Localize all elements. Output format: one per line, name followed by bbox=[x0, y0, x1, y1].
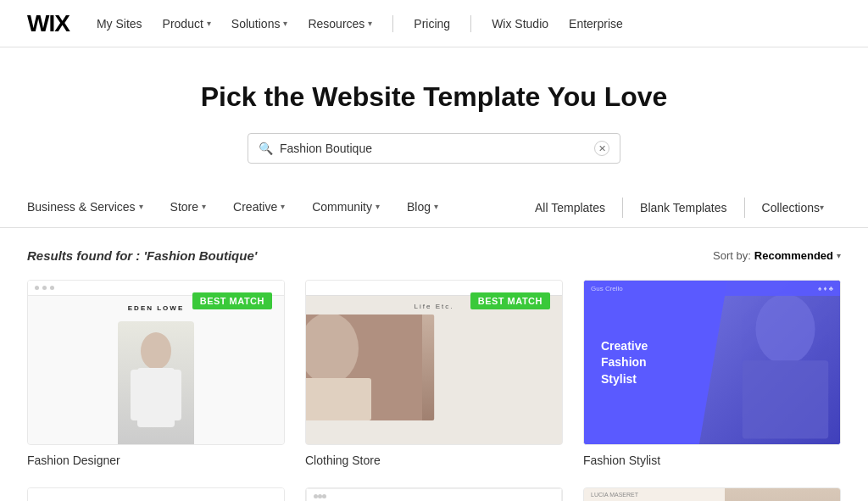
business-chevron-icon: ▾ bbox=[139, 202, 143, 211]
template-thumb-fashion-designer: EDEN LOWE BEST MATCH bbox=[27, 280, 285, 445]
results-header: Results found for : 'Fashion Boutique' S… bbox=[27, 248, 841, 263]
category-nav: Business & Services ▾ Store ▾ Creative ▾… bbox=[0, 187, 868, 228]
resources-chevron-icon: ▾ bbox=[368, 19, 372, 28]
template-name-clothing-store: Clothing Store bbox=[305, 454, 563, 467]
cat-store[interactable]: Store ▾ bbox=[157, 187, 220, 228]
store-chevron-icon: ▾ bbox=[202, 202, 206, 211]
cat-blank-templates[interactable]: Blank Templates bbox=[623, 187, 743, 228]
nav-resources[interactable]: Resources ▾ bbox=[308, 17, 372, 31]
template-name-fashion-stylist: Fashion Stylist bbox=[583, 454, 841, 467]
results-area: Results found for : 'Fashion Boutique' S… bbox=[0, 228, 868, 501]
template-card-clothing-store[interactable]: Life Etc. BEST MATCH Clothing Store bbox=[305, 280, 563, 467]
template-card-lucia[interactable]: LUCIA MASERET Home My Work About... I'm … bbox=[583, 487, 841, 501]
wix-logo[interactable]: WIX bbox=[27, 10, 70, 37]
svg-rect-2 bbox=[131, 370, 144, 420]
svg-point-7 bbox=[755, 294, 815, 365]
cat-blog[interactable]: Blog ▾ bbox=[393, 187, 452, 228]
cat-collections[interactable]: Collections ▾ bbox=[745, 187, 841, 228]
template-thumb-equals: Sign up for our newsletter & get 15% off… bbox=[305, 487, 563, 501]
template-card-fashion-designer[interactable]: EDEN LOWE BEST MATCH Fashion Designer bbox=[27, 280, 285, 467]
svg-rect-8 bbox=[743, 360, 829, 438]
best-match-badge-2: BEST MATCH bbox=[470, 292, 550, 309]
svg-rect-6 bbox=[305, 378, 371, 420]
cat-left-items: Business & Services ▾ Store ▾ Creative ▾… bbox=[27, 187, 518, 228]
header: WIX My Sites Product ▾ Solutions ▾ Resou… bbox=[0, 0, 868, 47]
hero-section: Pick the Website Template You Love 🔍 ✕ bbox=[0, 47, 868, 187]
best-match-badge-1: BEST MATCH bbox=[192, 292, 272, 309]
template-thumb-lucia: LUCIA MASERET Home My Work About... I'm … bbox=[583, 487, 841, 501]
template-grid: EDEN LOWE BEST MATCH Fashion Designer bbox=[27, 280, 841, 501]
cat-business-services[interactable]: Business & Services ▾ bbox=[27, 187, 157, 228]
template-card-adalene[interactable]: Search... adalene. ♠ ♦ ♣ Login Sign in S… bbox=[27, 487, 285, 501]
search-input[interactable] bbox=[280, 142, 594, 155]
nav-solutions[interactable]: Solutions ▾ bbox=[231, 17, 288, 31]
blog-chevron-icon: ▾ bbox=[434, 202, 438, 211]
nav-enterprise[interactable]: Enterprise bbox=[569, 17, 623, 31]
template-card-fashion-stylist[interactable]: Gus Crello ♠ ♦ ♣ CreativeFashionStylist … bbox=[583, 280, 841, 467]
template-thumb-adalene: Search... adalene. ♠ ♦ ♣ Login Sign in S… bbox=[27, 487, 285, 501]
nav-divider-2 bbox=[470, 15, 471, 32]
collections-chevron-icon: ▾ bbox=[820, 203, 824, 212]
stylist-preview-text: CreativeFashionStylist bbox=[601, 337, 648, 387]
cat-community[interactable]: Community ▾ bbox=[298, 187, 393, 228]
product-chevron-icon: ▾ bbox=[207, 19, 211, 28]
search-icon: 🔍 bbox=[259, 142, 273, 155]
results-title: Results found for : 'Fashion Boutique' bbox=[27, 248, 257, 263]
template-thumb-clothing-store: Life Etc. BEST MATCH bbox=[305, 280, 563, 445]
search-bar[interactable]: 🔍 ✕ bbox=[248, 133, 620, 164]
template-thumb-fashion-stylist: Gus Crello ♠ ♦ ♣ CreativeFashionStylist bbox=[583, 280, 841, 445]
solutions-chevron-icon: ▾ bbox=[283, 19, 287, 28]
clear-search-button[interactable]: ✕ bbox=[594, 141, 609, 156]
svg-rect-3 bbox=[168, 370, 181, 420]
creative-chevron-icon: ▾ bbox=[281, 202, 285, 211]
sort-chevron-icon: ▾ bbox=[837, 251, 841, 260]
cat-right-items: All Templates Blank Templates Collection… bbox=[518, 187, 841, 228]
svg-point-0 bbox=[141, 332, 171, 370]
nav-divider bbox=[392, 15, 393, 32]
cat-all-templates[interactable]: All Templates bbox=[518, 187, 622, 228]
template-name-fashion-designer: Fashion Designer bbox=[27, 454, 285, 467]
nav-my-sites[interactable]: My Sites bbox=[97, 17, 142, 31]
community-chevron-icon: ▾ bbox=[376, 202, 380, 211]
nav-product[interactable]: Product ▾ bbox=[163, 17, 211, 31]
nav-pricing[interactable]: Pricing bbox=[414, 17, 450, 31]
nav-wix-studio[interactable]: Wix Studio bbox=[492, 17, 548, 31]
hero-title: Pick the Website Template You Love bbox=[27, 81, 841, 113]
cat-creative[interactable]: Creative ▾ bbox=[220, 187, 298, 228]
main-nav: My Sites Product ▾ Solutions ▾ Resources… bbox=[97, 15, 623, 32]
template-card-equals[interactable]: Sign up for our newsletter & get 15% off… bbox=[305, 487, 563, 501]
sort-by-control[interactable]: Sort by: Recommended ▾ bbox=[713, 249, 841, 262]
